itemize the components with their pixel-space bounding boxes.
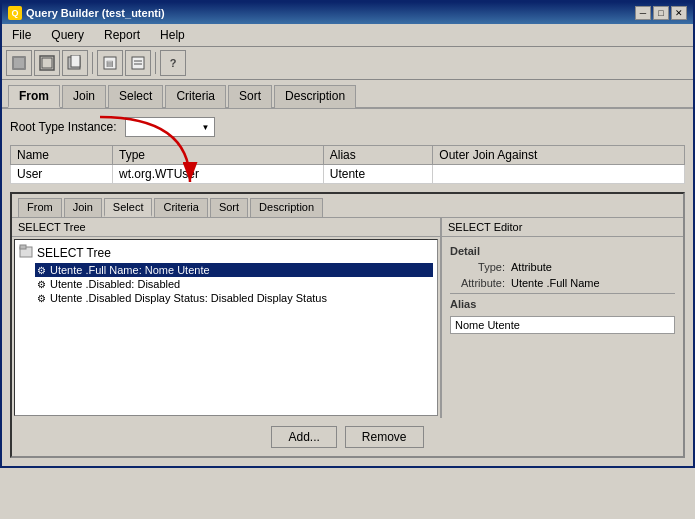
toolbar-btn-2[interactable] — [34, 50, 60, 76]
svg-rect-8 — [132, 57, 144, 69]
attribute-value: Utente .Full Name — [511, 277, 600, 289]
tree-bullet-icon-0: ⚙ — [37, 265, 46, 276]
add-button[interactable]: Add... — [271, 426, 336, 448]
from-table: Name Type Alias Outer Join Against User … — [10, 145, 685, 184]
inner-tab-criteria[interactable]: Criteria — [154, 198, 207, 217]
row-name: User — [11, 165, 113, 184]
attribute-label: Attribute: — [450, 277, 505, 289]
title-bar: Q Query Builder (test_utenti) ─ □ ✕ — [2, 2, 693, 24]
tree-item-1[interactable]: ⚙ Utente .Disabled: Disabled — [35, 277, 433, 291]
tab-criteria[interactable]: Criteria — [165, 85, 226, 108]
detail-separator — [450, 293, 675, 294]
tree-root-icon — [19, 244, 33, 258]
toolbar-separator — [92, 52, 93, 74]
svg-text:▤: ▤ — [106, 59, 114, 68]
root-type-label: Root Type Instance: — [10, 120, 117, 134]
toolbar-btn-help[interactable]: ? — [160, 50, 186, 76]
row-type: wt.org.WTUser — [113, 165, 324, 184]
toolbar-btn-4[interactable]: ▤ — [97, 50, 123, 76]
remove-button[interactable]: Remove — [345, 426, 424, 448]
col-alias: Alias — [323, 146, 433, 165]
right-content: Detail Type: Attribute Attribute: Utente… — [442, 237, 683, 418]
type-value: Attribute — [511, 261, 552, 273]
tree-item-label-0: Utente .Full Name: Nome Utente — [50, 264, 210, 276]
toolbar: ▤ ? — [2, 47, 693, 80]
menu-bar: File Query Report Help — [2, 24, 693, 47]
toolbar-btn-3[interactable] — [62, 50, 88, 76]
alias-section-label: Alias — [450, 298, 675, 310]
table-row[interactable]: User wt.org.WTUser Utente — [11, 165, 685, 184]
svg-rect-5 — [71, 55, 80, 67]
svg-rect-1 — [14, 58, 24, 68]
tab-join[interactable]: Join — [62, 85, 106, 108]
inner-tab-select[interactable]: Select — [104, 198, 153, 217]
col-name: Name — [11, 146, 113, 165]
detail-section-label: Detail — [450, 245, 675, 257]
main-content: Root Type Instance: ▼ Name Type Alias Ou… — [2, 109, 693, 466]
minimize-button[interactable]: ─ — [635, 6, 651, 20]
row-alias: Utente — [323, 165, 433, 184]
type-row: Type: Attribute — [450, 261, 675, 273]
root-type-row: Root Type Instance: ▼ — [10, 117, 685, 137]
type-label: Type: — [450, 261, 505, 273]
tree-root: SELECT Tree — [19, 244, 433, 261]
tab-from[interactable]: From — [8, 85, 60, 108]
tree-children: ⚙ Utente .Full Name: Nome Utente ⚙ Utent… — [35, 263, 433, 305]
menu-help[interactable]: Help — [154, 26, 191, 44]
toolbar-btn-1[interactable] — [6, 50, 32, 76]
close-button[interactable]: ✕ — [671, 6, 687, 20]
outer-tab-bar: From Join Select Criteria Sort Descripti… — [2, 80, 693, 109]
inner-panel: From Join Select Criteria Sort Descripti… — [10, 192, 685, 458]
tree-bullet-icon-1: ⚙ — [37, 279, 46, 290]
chevron-down-icon: ▼ — [202, 123, 210, 132]
inner-tab-from[interactable]: From — [18, 198, 62, 217]
tree-item-label-1: Utente .Disabled: Disabled — [50, 278, 180, 290]
inner-tab-bar: From Join Select Criteria Sort Descripti… — [12, 194, 683, 218]
select-editor-title: SELECT Editor — [442, 218, 683, 237]
svg-rect-3 — [42, 58, 52, 68]
inner-tab-description[interactable]: Description — [250, 198, 323, 217]
menu-report[interactable]: Report — [98, 26, 146, 44]
maximize-button[interactable]: □ — [653, 6, 669, 20]
col-outer-join: Outer Join Against — [433, 146, 685, 165]
select-tree-title: SELECT Tree — [12, 218, 440, 237]
col-type: Type — [113, 146, 324, 165]
svg-rect-13 — [20, 245, 26, 249]
inner-tab-sort[interactable]: Sort — [210, 198, 248, 217]
tree-item-0[interactable]: ⚙ Utente .Full Name: Nome Utente — [35, 263, 433, 277]
tree-item-2[interactable]: ⚙ Utente .Disabled Display Status: Disab… — [35, 291, 433, 305]
attribute-row: Attribute: Utente .Full Name — [450, 277, 675, 289]
tab-sort[interactable]: Sort — [228, 85, 272, 108]
inner-tab-join[interactable]: Join — [64, 198, 102, 217]
root-type-dropdown[interactable]: ▼ — [125, 117, 215, 137]
menu-query[interactable]: Query — [45, 26, 90, 44]
toolbar-separator-2 — [155, 52, 156, 74]
tab-select[interactable]: Select — [108, 85, 163, 108]
tree-root-label: SELECT Tree — [37, 246, 111, 260]
tab-description[interactable]: Description — [274, 85, 356, 108]
left-panel: SELECT Tree SELECT Tree — [12, 218, 442, 418]
app-icon: Q — [8, 6, 22, 20]
row-outer-join — [433, 165, 685, 184]
tree-item-label-2: Utente .Disabled Display Status: Disable… — [50, 292, 327, 304]
tree-bullet-icon-2: ⚙ — [37, 293, 46, 304]
menu-file[interactable]: File — [6, 26, 37, 44]
alias-input[interactable] — [450, 316, 675, 334]
toolbar-btn-5[interactable] — [125, 50, 151, 76]
split-panel: SELECT Tree SELECT Tree — [12, 218, 683, 418]
window: Q Query Builder (test_utenti) ─ □ ✕ File… — [0, 0, 695, 468]
right-panel: SELECT Editor Detail Type: Attribute Att… — [442, 218, 683, 418]
tree-container[interactable]: SELECT Tree ⚙ Utente .Full Name: Nome Ut… — [14, 239, 438, 416]
window-title: Query Builder (test_utenti) — [26, 7, 165, 19]
bottom-buttons: Add... Remove — [12, 418, 683, 456]
